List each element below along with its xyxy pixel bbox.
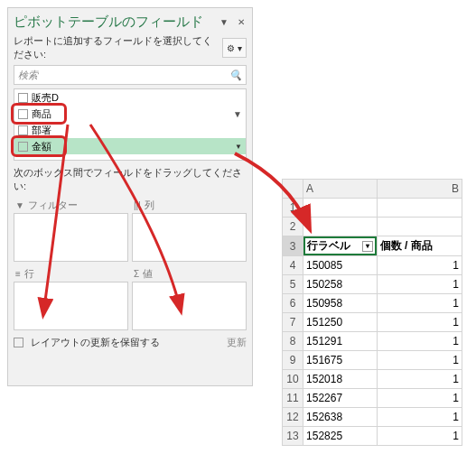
cell[interactable]: 150958 — [303, 294, 378, 313]
filter-area[interactable]: ▼フィルター — [14, 197, 128, 262]
row-header[interactable]: 4 — [283, 256, 303, 275]
checkbox[interactable] — [18, 109, 28, 119]
area-label: 行 — [24, 267, 34, 281]
drop-areas: ▼フィルター |||列 ≡行 Σ値 — [14, 197, 247, 330]
panel-header: ピボットテーブルのフィールド ▼ ✕ — [14, 14, 247, 31]
row-area[interactable]: ≡行 — [14, 265, 128, 330]
row-header[interactable]: 13 — [283, 427, 303, 446]
cell[interactable] — [303, 218, 378, 236]
sigma-icon: Σ — [134, 269, 139, 279]
checkbox[interactable] — [18, 125, 28, 135]
gear-button[interactable]: ⚙ ▾ — [222, 38, 247, 58]
column-drop-body[interactable] — [132, 213, 247, 262]
cell[interactable]: 1 — [377, 427, 462, 446]
field-label: 販売D — [32, 91, 59, 105]
search-icon: 🔍 — [229, 69, 242, 81]
row-drop-body[interactable] — [14, 282, 128, 330]
count-header-cell[interactable]: 個数 / 商品 — [377, 236, 462, 256]
cell[interactable] — [377, 199, 462, 218]
search-input[interactable]: 検索 🔍 — [14, 65, 247, 85]
cell[interactable]: 1 — [377, 389, 462, 408]
cell[interactable]: 150258 — [303, 275, 378, 294]
cell[interactable]: 151291 — [303, 332, 378, 351]
field-row-product[interactable]: 商品 ▼ — [14, 106, 246, 122]
filter-icon[interactable]: ▼ — [233, 109, 242, 119]
row-icon: ≡ — [15, 269, 21, 279]
col-header-a[interactable]: A — [303, 180, 378, 199]
filter-drop-body[interactable] — [14, 213, 128, 262]
filter-icon: ▼ — [15, 200, 24, 210]
cell[interactable]: 1 — [377, 370, 462, 389]
close-icon[interactable]: ✕ — [236, 15, 247, 29]
cell[interactable]: 1 — [377, 294, 462, 313]
cell[interactable]: 1 — [377, 313, 462, 332]
checkbox[interactable] — [18, 142, 28, 152]
checkbox[interactable] — [18, 93, 28, 103]
area-label: 値 — [143, 267, 153, 281]
dropdown-icon[interactable]: ▼ — [218, 15, 230, 29]
column-area[interactable]: |||列 — [132, 197, 247, 262]
row-header[interactable]: 6 — [283, 294, 303, 313]
field-row-amount[interactable]: 金額 ▼ — [14, 138, 246, 154]
cell[interactable]: 151675 — [303, 351, 378, 370]
column-icon: ||| — [134, 200, 141, 210]
row-header[interactable]: 1 — [283, 199, 303, 218]
row-label-header-cell[interactable]: 行ラベル ▾ — [303, 236, 378, 256]
panel-title: ピボットテーブルのフィールド — [14, 14, 218, 31]
cell[interactable]: 152267 — [303, 389, 378, 408]
value-area[interactable]: Σ値 — [132, 265, 247, 330]
row-header[interactable]: 10 — [283, 370, 303, 389]
pivot-field-panel: ピボットテーブルのフィールド ▼ ✕ レポートに追加するフィールドを選択してくだ… — [7, 7, 253, 386]
field-row-dept[interactable]: 部署 — [14, 122, 246, 138]
cell[interactable] — [377, 218, 462, 236]
row-header[interactable]: 9 — [283, 351, 303, 370]
cell[interactable]: 151250 — [303, 313, 378, 332]
field-list: 販売D 商品 ▼ 部署 金額 ▼ — [14, 88, 247, 161]
row-header[interactable]: 7 — [283, 313, 303, 332]
col-header-b[interactable]: B — [377, 180, 462, 199]
row-header[interactable]: 2 — [283, 218, 303, 236]
row-header[interactable]: 12 — [283, 408, 303, 427]
row-header[interactable]: 11 — [283, 389, 303, 408]
cell[interactable]: 152638 — [303, 408, 378, 427]
field-label: 金額 — [32, 140, 51, 153]
panel-footer: レイアウトの更新を保留する 更新 — [14, 336, 247, 349]
defer-label: レイアウトの更新を保留する — [31, 336, 160, 349]
cell[interactable]: 152825 — [303, 427, 378, 446]
drag-instruction: 次のボックス間でフィールドをドラッグしてください: — [14, 166, 247, 193]
cell[interactable]: 1 — [377, 332, 462, 351]
cell[interactable]: 1 — [377, 275, 462, 294]
field-label: 商品 — [32, 107, 51, 121]
row-header[interactable]: 8 — [283, 332, 303, 351]
panel-subtitle-row: レポートに追加するフィールドを選択してください: ⚙ ▾ — [14, 34, 247, 61]
row-label-text: 行ラベル — [307, 238, 350, 254]
cell[interactable]: 1 — [377, 256, 462, 275]
search-placeholder: 検索 — [18, 69, 38, 82]
sheet-corner — [283, 180, 303, 199]
cell[interactable]: 150085 — [303, 256, 378, 275]
panel-subtitle: レポートに追加するフィールドを選択してください: — [14, 34, 222, 61]
cell[interactable] — [303, 199, 378, 218]
result-spreadsheet: A B 1 2 3 行ラベル ▾ 個数 / 商品 41500851 515025… — [282, 179, 462, 446]
update-button[interactable]: 更新 — [227, 336, 247, 349]
cell[interactable]: 1 — [377, 351, 462, 370]
field-label: 部署 — [32, 124, 51, 137]
area-label: フィルター — [28, 199, 78, 212]
dropdown-icon[interactable]: ▼ — [235, 143, 242, 151]
row-header[interactable]: 5 — [283, 275, 303, 294]
row-header[interactable]: 3 — [283, 236, 303, 256]
field-row-sales[interactable]: 販売D — [14, 89, 246, 106]
cell[interactable]: 152018 — [303, 370, 378, 389]
defer-checkbox[interactable] — [14, 338, 23, 347]
area-label: 列 — [145, 199, 154, 212]
cell[interactable]: 1 — [377, 408, 462, 427]
dropdown-icon[interactable]: ▾ — [362, 241, 373, 252]
value-drop-body[interactable] — [132, 282, 247, 330]
